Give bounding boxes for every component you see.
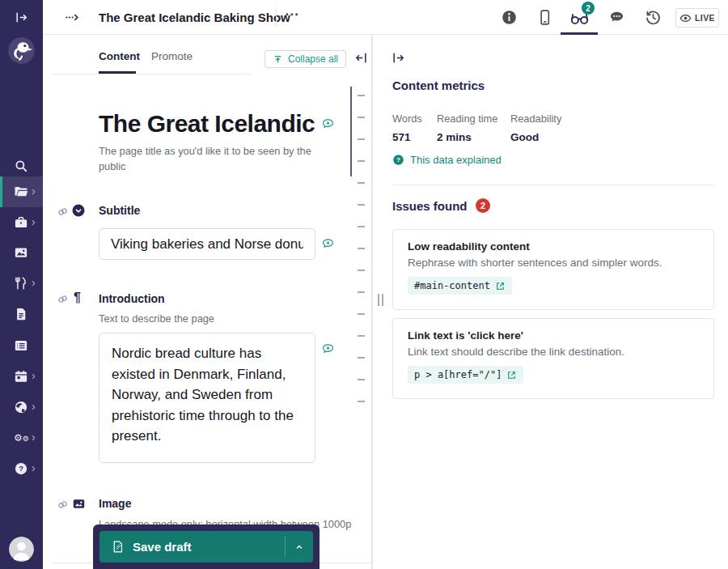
link-icon [57,206,69,218]
calendar-icon [14,369,28,384]
eye-icon [679,12,692,24]
image-label: Image [99,497,131,510]
chevron-right-icon: › [32,185,36,197]
tab-promote[interactable]: Promote [151,50,193,62]
add-comment-icon[interactable] [321,342,335,356]
metric-value-reading-time: 2 mins [437,131,472,143]
issue-card: Link text is 'click here' Link text shou… [392,318,714,399]
issues-count-badge: 2 [476,198,490,213]
chevron-right-icon: › [32,401,36,412]
chevron-up-icon[interactable] [286,541,313,553]
sidebar-item-calendar[interactable]: › [0,361,43,392]
issue-selector: p > a[href="/"] [414,369,502,380]
introduction-textarea[interactable]: Nordic bread culture has existed in Denm… [99,333,315,463]
issue-description: Rephrase with shorter sentences and simp… [408,257,662,269]
section-divider [392,185,714,185]
issue-selector: #main-content [414,280,490,291]
introduction-label: Introduction [99,292,165,305]
data-explained-label: This data explained [410,154,502,166]
sidebar-item-media[interactable] [0,237,43,268]
introduction-description: Text to describe the page [99,312,214,325]
help-icon: ? [14,461,28,476]
metric-label: Words [392,113,422,125]
sidebar-item-localization[interactable]: › [0,392,43,423]
sidebar-item-recipes[interactable]: › [0,268,43,299]
paragraph-type-icon: ¶ [74,291,81,305]
sidebar-item-documents[interactable] [0,299,43,329]
topbar-divider [276,7,277,28]
list-icon [14,338,28,353]
overflow-menu-icon[interactable]: ⋯ [285,6,299,23]
issue-selector-link[interactable]: p > a[href="/"] [408,366,523,384]
collapse-field-icon[interactable] [71,203,86,218]
sidebar-item-settings[interactable]: ⚙⚙ › [0,423,43,453]
save-draft-popover: Save draft [93,524,320,569]
issue-card: Low readability content Rephrase with sh… [392,229,714,310]
expand-sidebar-icon[interactable] [15,11,28,24]
issue-description: Link text should describe the link desti… [408,346,624,358]
info-icon[interactable] [501,9,518,26]
issue-title: Low readability content [408,240,530,253]
folder-icon [14,185,28,199]
data-explained-link[interactable]: ? This data explained [392,154,502,166]
gears-icon: ⚙⚙ [14,431,28,445]
link-icon [57,293,69,305]
metric-value-readability: Good [510,131,539,143]
review-count-badge: 2 [582,2,595,15]
panel-resize-handle[interactable] [378,294,383,306]
mobile-preview-icon[interactable] [536,9,553,26]
chevron-right-icon: › [32,370,36,381]
tab-content[interactable]: Content [99,50,140,62]
metric-label: Readability [510,113,561,125]
live-label: LIVE [695,13,715,23]
breadcrumb-expand-icon[interactable] [65,10,80,25]
external-link-icon [506,370,517,380]
active-tool-underline [561,32,598,35]
change-markers [358,95,365,403]
subtitle-label: Subtitle [99,204,140,217]
collapse-panel-icon[interactable] [392,51,405,65]
image-icon [14,245,28,260]
collapse-all-button[interactable]: Collapse all [265,50,346,68]
user-avatar[interactable] [9,537,34,562]
sidebar-item-pages[interactable]: › [0,176,43,207]
external-link-icon [495,281,506,291]
issue-title: Link text is 'click here' [408,329,523,342]
document-icon [14,307,28,321]
link-icon [57,499,69,511]
page-title[interactable]: The Great Icelandic [99,110,315,138]
history-icon[interactable] [645,9,662,26]
save-draft-button[interactable]: Save draft [99,531,313,563]
food-icon [14,276,28,291]
subtitle-input[interactable] [99,228,315,260]
live-preview-button[interactable]: LIVE [675,8,719,28]
app-logo[interactable] [8,37,35,64]
globe-icon [14,400,28,414]
sidebar-item-work[interactable]: › [0,207,43,238]
metric-label: Reading time [437,113,497,125]
comments-icon[interactable] [608,9,625,26]
chevron-right-icon: › [32,216,36,227]
collapse-all-icon [273,54,283,65]
collapse-editor-icon[interactable] [354,51,368,65]
collapse-all-label: Collapse all [288,53,338,65]
draft-icon [111,540,125,554]
save-draft-label: Save draft [133,540,285,554]
chevron-right-icon: › [32,462,36,473]
add-comment-icon[interactable] [321,237,335,251]
issue-selector-link[interactable]: #main-content [408,277,512,295]
editor-panel: Content Promote Collapse all The Great I… [43,35,372,569]
scrollbar-thumb[interactable] [350,87,352,176]
document-title: The Great Icelandic Baking Show [99,11,290,24]
chevron-right-icon: › [32,277,36,288]
tabbar-divider [51,74,251,74]
app-window: › › › › › ⚙⚙ › [0,0,728,569]
metric-value-words: 571 [392,131,411,143]
page-title-description: The page title as you'd like it to be se… [99,143,335,174]
sidebar-item-help[interactable]: ? › [0,453,43,484]
sidebar-item-lists[interactable] [0,330,43,361]
chevron-right-icon: › [32,431,36,443]
content-metrics-heading: Content metrics [392,79,485,92]
sidebar: › › › › › ⚙⚙ › [0,0,43,569]
add-comment-icon[interactable] [321,117,335,131]
